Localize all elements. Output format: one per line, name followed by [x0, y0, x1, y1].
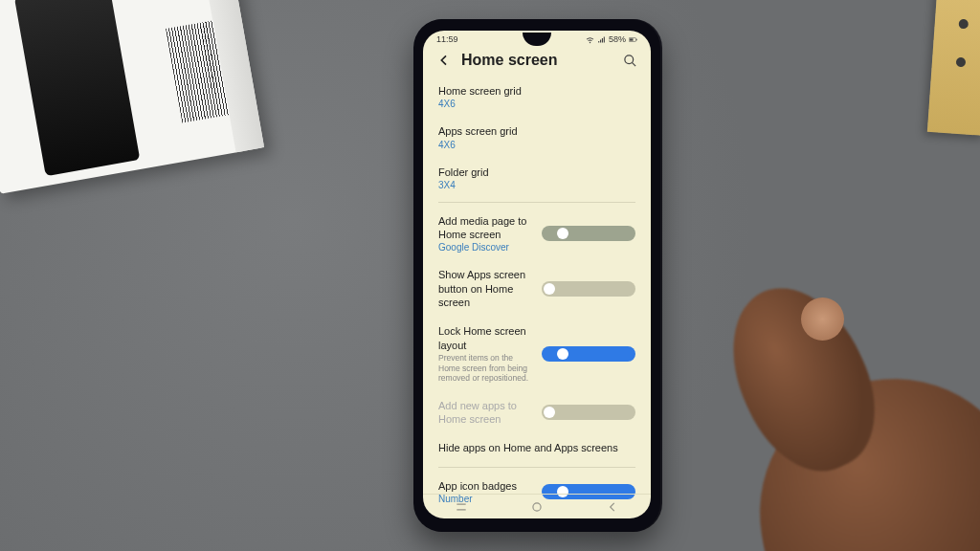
status-time: 11:59: [436, 34, 458, 44]
item-label: App icon badges: [438, 479, 532, 493]
apps-screen-grid-item[interactable]: Apps screen grid 4X6: [438, 117, 635, 157]
item-label: Lock Home screen layout: [438, 324, 532, 352]
home-screen-grid-item[interactable]: Home screen grid 4X6: [438, 77, 635, 117]
svg-rect-2: [636, 38, 637, 40]
recent-apps-icon[interactable]: [455, 500, 468, 514]
section-divider: [438, 467, 635, 468]
product-box: Galaxy A06 SAMSUNG: [0, 0, 264, 194]
item-value: 3X4: [438, 180, 635, 190]
settings-header: Home screen: [423, 46, 651, 77]
screw-icon: [956, 57, 967, 68]
apps-button-toggle[interactable]: [542, 281, 635, 297]
search-icon[interactable]: [623, 54, 637, 68]
lock-layout-toggle[interactable]: [542, 346, 635, 362]
item-label: Apps screen grid: [438, 124, 635, 138]
page-title: Home screen: [461, 52, 613, 69]
section-divider: [438, 202, 635, 203]
back-nav-icon[interactable]: [606, 500, 619, 514]
item-value: 4X6: [438, 99, 635, 109]
svg-point-3: [625, 55, 634, 63]
back-icon[interactable]: [436, 53, 452, 68]
hand-overlay: [626, 226, 980, 551]
show-apps-button-item[interactable]: Show Apps screen button on Home screen: [438, 260, 635, 317]
item-sublabel: Google Discover: [438, 242, 532, 253]
folder-grid-item[interactable]: Folder grid 3X4: [438, 158, 635, 198]
wifi-icon: [586, 35, 594, 44]
signal-icon: [597, 35, 606, 44]
item-label: Show Apps screen button on Home screen: [438, 268, 532, 309]
battery-icon: [629, 35, 637, 44]
box-phone-art: [14, 0, 140, 176]
battery-text: 58%: [609, 34, 626, 44]
phone-screen: 11:59 58% Home screen Home screen grid 4…: [423, 31, 651, 518]
item-label: Folder grid: [438, 165, 635, 179]
hide-apps-item[interactable]: Hide apps on Home and Apps screens: [438, 433, 635, 462]
screw-icon: [958, 19, 969, 30]
navigation-bar: [423, 494, 651, 518]
box-barcodes: [166, 20, 230, 122]
svg-point-4: [533, 502, 541, 510]
item-label: Add new apps to Home screen: [438, 399, 532, 427]
item-value: 4X6: [438, 140, 635, 150]
add-new-apps-toggle: [542, 405, 635, 420]
item-description: Prevent items on the Home screen from be…: [438, 353, 532, 384]
item-label: Add media page to Home screen: [438, 214, 532, 242]
wooden-block: [927, 0, 980, 136]
lock-layout-item[interactable]: Lock Home screen layout Prevent items on…: [438, 317, 635, 390]
home-icon[interactable]: [530, 500, 544, 514]
phone-frame: 11:59 58% Home screen Home screen grid 4…: [413, 19, 660, 532]
svg-rect-1: [630, 38, 634, 40]
media-page-toggle[interactable]: [542, 226, 635, 241]
item-label: Home screen grid: [438, 84, 635, 98]
add-media-page-item[interactable]: Add media page to Home screen Google Dis…: [438, 207, 635, 261]
item-label: Hide apps on Home and Apps screens: [438, 441, 635, 454]
add-new-apps-item: Add new apps to Home screen: [438, 391, 635, 434]
